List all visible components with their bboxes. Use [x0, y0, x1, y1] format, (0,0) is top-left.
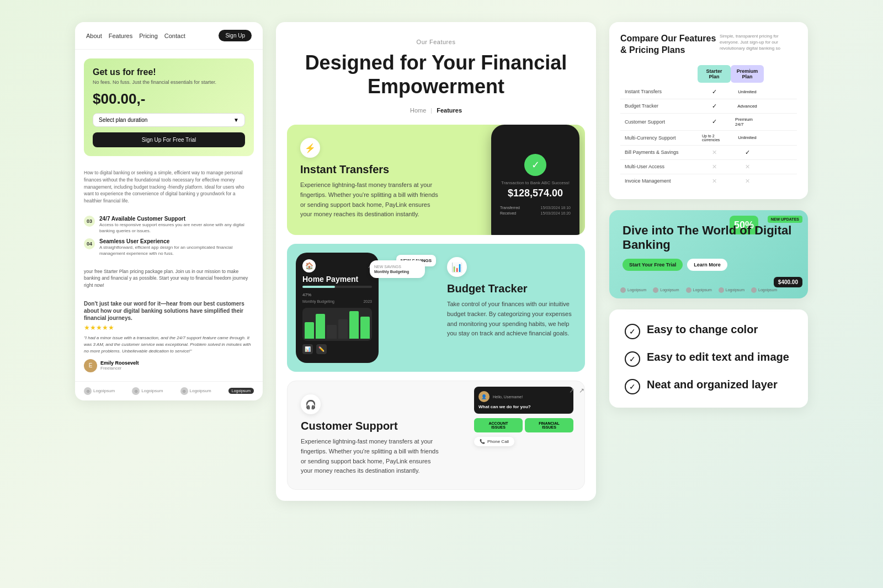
pricing-row-7: Invoice Management ✕ ✕	[620, 174, 797, 188]
nav-features[interactable]: Features	[109, 33, 132, 39]
chevron-down-icon: ▼	[233, 117, 239, 123]
nav-about[interactable]: About	[86, 33, 102, 39]
pricing-header: Compare Our Features & Pricing Plans Sim…	[620, 33, 797, 56]
phone-screen-1: ✓ Transaction to Bank ABC Success! $128,…	[500, 154, 571, 217]
headphones-icon: 🎧	[301, 394, 321, 414]
pricing-row-2: Budget Tracker ✓ Advanced	[620, 99, 797, 114]
bar-1	[305, 322, 314, 339]
star-rating: ★★★★★	[84, 324, 254, 332]
banner-card: Dive into The World of Digital Banking S…	[609, 210, 808, 298]
check-circle-1: ✓	[625, 324, 640, 339]
breadcrumb-sep: |	[430, 107, 432, 114]
premium-val-1: Unlimited	[731, 85, 764, 99]
check-circle-2: ✓	[625, 351, 640, 367]
col-premium: Premium Plan	[731, 65, 764, 83]
signup-button[interactable]: Sign Up	[219, 30, 252, 41]
card-title-2: Budget Tracker	[447, 282, 574, 295]
logo-dot-2	[653, 287, 658, 293]
third-val-1	[764, 85, 797, 99]
reviewer: E Emily Roosevelt Freelancer	[84, 359, 254, 372]
cross-icon-4: ✕	[712, 178, 717, 185]
chart-label: Monthly Budgeting	[302, 300, 334, 303]
feature-name-2: Budget Tracker	[620, 99, 698, 113]
advanced-text: Advanced	[737, 104, 757, 109]
learn-more-button[interactable]: Learn More	[687, 259, 727, 271]
features-summary: ✓ Easy to change color ✓ Easy to edit te…	[609, 309, 808, 408]
edit-icon: ✏️	[316, 344, 327, 354]
banner-logo-3: Logoipsum	[686, 287, 712, 293]
phone-mockup-1: ✓ Transaction to Bank ABC Success! $128,…	[480, 125, 585, 235]
upto2-text: Up to 2 currencies	[702, 134, 726, 142]
logo-icon-3: ◎	[180, 387, 188, 395]
feature-desc-4: A straightforward, efficient app design …	[99, 244, 254, 256]
savings-sub: Monthly Budgeting	[374, 270, 421, 274]
reviewer-role: Freelancer	[100, 366, 139, 371]
banner-btn-row: Start Your Free Trial Learn More	[623, 259, 795, 271]
col-feature-label	[620, 65, 698, 83]
financial-issues-btn[interactable]: FINANCIALISSUES	[525, 418, 573, 432]
check-icon-3: ✓	[712, 118, 717, 125]
feature-name-5: Bill Payments & Savings	[620, 146, 698, 159]
logo-row: ◎ Logoipsum ◎ Logoipsum ◎ Logoipsum Logo…	[75, 381, 263, 400]
features-list: 03 24/7 Available Customer Support Acces…	[75, 211, 263, 261]
third-val-6	[764, 160, 797, 174]
testimonial-intro: Don't just take our word for it—hear fro…	[84, 300, 254, 322]
third-val-4	[764, 131, 797, 145]
col-starter: Starter Plan	[698, 65, 731, 83]
premium-val-6: ✕	[731, 160, 764, 174]
arrow-icons: ↗ ↗	[569, 387, 584, 394]
left-nav: About Features Pricing Contact Sign Up	[75, 22, 263, 50]
breadcrumb-features[interactable]: Features	[437, 107, 462, 114]
banner-logos: Logoipsum Logoipsum Logoipsum Logoipsum …	[620, 287, 777, 293]
bar-6	[360, 317, 370, 339]
unlimited-text: Unlimited	[738, 89, 756, 94]
breadcrumb-home[interactable]: Home	[410, 107, 426, 114]
logo-dot-4	[719, 287, 724, 293]
feature-name-6: Multi-User Access	[620, 160, 698, 174]
free-trial-button[interactable]: Start Your Free Trial	[623, 259, 683, 271]
bar-4	[338, 319, 348, 339]
starter-val-2: ✓	[698, 99, 731, 113]
reviewer-name: Emily Roosevelt	[100, 360, 139, 366]
phone-call-btn[interactable]: 📞 Phone Call	[474, 437, 514, 446]
feature-desc-3: Access to responsive support ensures you…	[99, 222, 254, 234]
pricing-row-4: Multi-Currency Support Up to 2 currencie…	[620, 131, 797, 146]
cross-icon-2: ✕	[712, 163, 717, 170]
phone-amount: $128,574.00	[500, 188, 571, 199]
support-avatar: 👤	[478, 391, 490, 402]
budget-right: 📊 Budget Tracker Take control of your fi…	[442, 244, 585, 372]
starter-val-3: ✓	[698, 114, 731, 130]
feature-name-1: Instant Transfers	[620, 85, 698, 99]
logo-dot-1	[620, 287, 626, 293]
pricing-col-headers: Starter Plan Premium Plan	[620, 65, 797, 83]
pricing-row-1: Instant Transfers ✓ Unlimited	[620, 85, 797, 99]
pricing-card: Compare Our Features & Pricing Plans Sim…	[609, 22, 808, 199]
budget-percent: 47%	[302, 292, 372, 297]
center-header: Our Features Designed for Your Financial…	[276, 22, 596, 125]
support-options: ACCOUNTISSUES FINANCIALISSUES	[474, 418, 573, 432]
trial-button[interactable]: Sign Up For Free Trial	[93, 132, 245, 147]
banner-logo-2: Logoipsum	[653, 287, 679, 293]
nav-pricing[interactable]: Pricing	[139, 33, 158, 39]
premium-val-3: Premium 24/7	[731, 114, 764, 130]
feature-content-3: 24/7 Available Customer Support Access t…	[99, 216, 254, 234]
plan-select-label: Select plan duration	[99, 117, 147, 123]
starter-val-5: ✕	[698, 146, 731, 159]
phone-icon: 📞	[480, 439, 485, 444]
chart-year: 2023	[363, 300, 372, 303]
budget-phone: 🏠 ↗ Home Payment 47% Monthly Budgeting 2…	[296, 253, 379, 363]
third-val-5	[764, 146, 797, 159]
card-title-3: Customer Support	[301, 420, 440, 432]
support-avatar-row: 👤 Hello, Username!	[478, 391, 569, 402]
body-text: How to digital banking or seeking a simp…	[84, 169, 254, 205]
logo-dot-5	[751, 287, 757, 293]
account-issues-btn[interactable]: ACCOUNTISSUES	[474, 418, 523, 432]
banner-content: Dive into The World of Digital Banking S…	[623, 223, 795, 271]
logo-3: ◎ Logoipsum	[180, 387, 211, 395]
plan-select[interactable]: Select plan duration ▼	[93, 113, 245, 127]
third-val-7	[764, 174, 797, 188]
premium-val-2: Advanced	[731, 99, 764, 113]
home-icon: 🏠	[302, 259, 316, 272]
nav-contact[interactable]: Contact	[164, 33, 185, 39]
testimonial-quote: "I had a minor issue with a transaction,…	[84, 335, 254, 355]
